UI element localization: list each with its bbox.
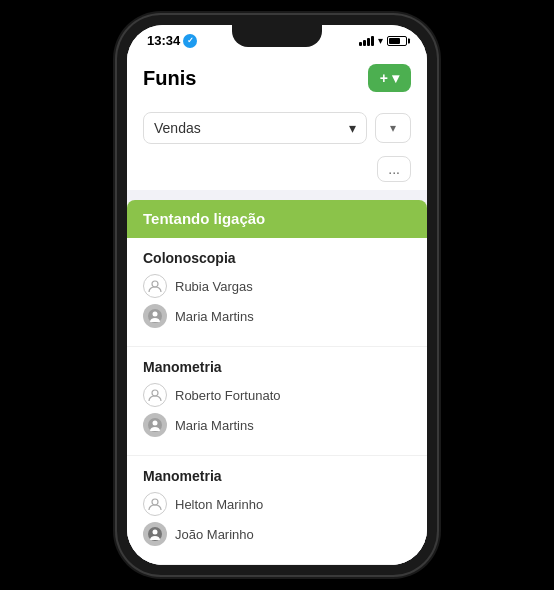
phone-frame: 13:34 ✓ ▾ Funis (117, 15, 437, 575)
person-row-roberto: Roberto Fortunato (143, 383, 411, 407)
wifi-icon: ▾ (378, 35, 383, 46)
card-group-manometria-1: Manometria Roberto Fortunato (127, 347, 427, 456)
select-label: Vendas (154, 120, 201, 136)
options-row: ... (127, 152, 427, 190)
add-button-arrow: ▾ (392, 70, 399, 86)
vendas-select[interactable]: Vendas ▾ (143, 112, 367, 144)
person-row-helton: Helton Marinho (143, 492, 411, 516)
card-group-colonoscopia: Colonoscopia Rubia Vargas (127, 238, 427, 347)
card-group-title-3: Manometria (143, 468, 411, 484)
avatar-maria-1 (143, 304, 167, 328)
person-row-maria-1: Maria Martins (143, 304, 411, 328)
filter-icon-button[interactable]: ▾ (375, 113, 411, 143)
page-header: Funis + ▾ (127, 52, 427, 104)
svg-point-6 (152, 499, 158, 505)
signal-bar-1 (359, 42, 362, 46)
signal-bars-icon (359, 36, 374, 46)
chevron-down-icon: ▾ (349, 120, 356, 136)
person-name-maria-1: Maria Martins (175, 309, 254, 324)
content-area: Funis + ▾ Vendas ▾ ▾ ... (127, 52, 427, 565)
kanban-column-label: Tentando ligação (143, 210, 265, 227)
page-title: Funis (143, 67, 196, 90)
avatar-helton (143, 492, 167, 516)
svg-point-5 (153, 421, 158, 426)
avatar-rubia (143, 274, 167, 298)
avatar-joao (143, 522, 167, 546)
person-name-helton: Helton Marinho (175, 497, 263, 512)
kanban-column-header: Tentando ligação (127, 200, 427, 238)
add-button-label: + (380, 70, 388, 86)
battery-fill (389, 38, 400, 44)
battery-icon (387, 36, 407, 46)
status-icons: ▾ (359, 35, 407, 46)
section-divider (127, 190, 427, 200)
person-name-rubia: Rubia Vargas (175, 279, 253, 294)
signal-bar-3 (367, 38, 370, 46)
avatar-roberto (143, 383, 167, 407)
notch (232, 25, 322, 47)
time-display: 13:34 (147, 33, 180, 48)
filter-row: Vendas ▾ ▾ (127, 104, 427, 152)
signal-bar-4 (371, 36, 374, 46)
card-group-title-2: Manometria (143, 359, 411, 375)
svg-point-3 (152, 390, 158, 396)
cards-list[interactable]: Colonoscopia Rubia Vargas (127, 238, 427, 565)
signal-bar-2 (363, 40, 366, 46)
person-row-rubia: Rubia Vargas (143, 274, 411, 298)
add-button[interactable]: + ▾ (368, 64, 411, 92)
more-options-label: ... (388, 161, 400, 177)
more-options-button[interactable]: ... (377, 156, 411, 182)
avatar-maria-2 (143, 413, 167, 437)
status-time: 13:34 ✓ (147, 33, 197, 48)
person-row-maria-2: Maria Martins (143, 413, 411, 437)
person-name-roberto: Roberto Fortunato (175, 388, 281, 403)
verified-badge: ✓ (183, 34, 197, 48)
card-group-title-1: Colonoscopia (143, 250, 411, 266)
svg-point-8 (153, 530, 158, 535)
svg-point-0 (152, 281, 158, 287)
svg-point-2 (153, 312, 158, 317)
person-name-maria-2: Maria Martins (175, 418, 254, 433)
filter-chevron-icon: ▾ (390, 121, 396, 135)
person-row-joao: João Marinho (143, 522, 411, 546)
person-name-joao: João Marinho (175, 527, 254, 542)
card-group-manometria-2: Manometria Helton Marinho (127, 456, 427, 565)
phone-screen: 13:34 ✓ ▾ Funis (127, 25, 427, 565)
